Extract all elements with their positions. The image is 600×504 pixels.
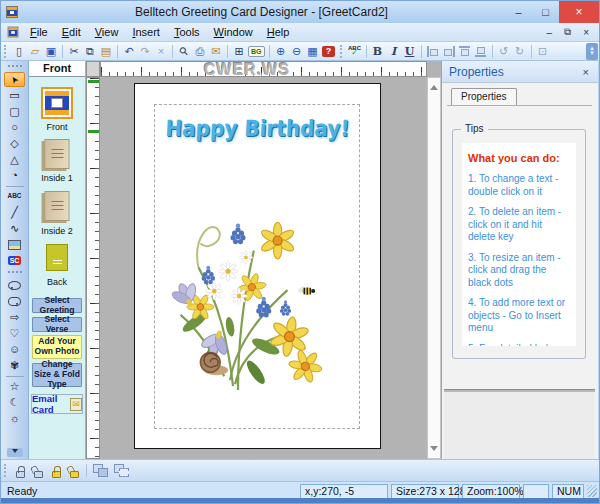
canvas-vertical-scrollbar[interactable]	[427, 77, 441, 459]
heart-shape-tool[interactable]: ♡	[4, 326, 25, 341]
properties-close-icon[interactable]: ×	[581, 66, 591, 78]
copy-icon[interactable]: ⧉	[82, 43, 98, 60]
zoom-out-icon[interactable]: ⊖	[289, 43, 305, 60]
palette-grip[interactable]	[8, 271, 22, 275]
mdi-minimize-button[interactable]: –	[546, 27, 552, 38]
menu-window[interactable]: Window	[207, 23, 260, 41]
change-size-fold-button[interactable]: Change Size & Fold Type	[32, 363, 82, 387]
page-thumb-inside2[interactable]	[45, 191, 70, 221]
status-coordinates: x,y:270, -5	[300, 484, 388, 499]
rectangle-tool[interactable]: ▭	[4, 88, 25, 103]
moon-shape-tool[interactable]: ☾	[4, 395, 25, 410]
resize-grip[interactable]	[587, 485, 597, 497]
rounded-rectangle-tool[interactable]: ▢	[4, 104, 25, 119]
select-tool[interactable]: ➤	[4, 72, 25, 87]
menu-help[interactable]: Help	[260, 23, 297, 41]
star-shape-tool[interactable]: ☆	[4, 379, 25, 394]
toolbar-grip[interactable]	[4, 45, 7, 58]
bold-icon[interactable]: B	[370, 43, 386, 60]
zoom-in-icon[interactable]: ⊕	[273, 43, 289, 60]
snail	[200, 352, 228, 375]
toolbar-grip[interactable]	[340, 45, 343, 58]
page-thumb-inside1[interactable]	[45, 139, 70, 169]
email-card-control[interactable]: Email Card ✉	[31, 394, 83, 414]
email-icon[interactable]: ✉	[208, 43, 224, 60]
tip-item: 4. To add more text or objects - Go to I…	[468, 297, 570, 335]
align-right-icon[interactable]	[443, 46, 455, 57]
menu-file[interactable]: File	[23, 23, 55, 41]
properties-icon[interactable]: ⊞	[231, 43, 247, 60]
delete-icon[interactable]: ×	[153, 43, 169, 60]
line-tool[interactable]: ╱	[4, 205, 25, 220]
unlock-all-icon[interactable]	[65, 462, 83, 480]
page-thumb-back[interactable]	[46, 244, 68, 271]
toolbar-overflow-button[interactable]: ▲▼	[586, 43, 598, 60]
triangle-tool[interactable]: △	[4, 152, 25, 167]
grid-icon[interactable]: ▦	[305, 43, 321, 60]
redo-icon[interactable]: ↷	[137, 43, 153, 60]
smiley-shape-tool[interactable]: ☺	[4, 342, 25, 357]
lock-all-icon[interactable]	[47, 462, 65, 480]
open-icon[interactable]: ▱	[27, 43, 43, 60]
burst-shape-tool[interactable]: ✾	[4, 358, 25, 373]
vertical-ruler	[86, 77, 100, 459]
text-tool[interactable]: ABC	[4, 189, 25, 204]
italic-icon[interactable]: I	[386, 43, 402, 60]
sun-shape-tool[interactable]: ☼	[4, 411, 25, 426]
save-icon[interactable]: ▣	[43, 43, 59, 60]
unlock-icon[interactable]	[29, 462, 47, 480]
lock-icon[interactable]	[11, 462, 29, 480]
flower-bouquet-image[interactable]	[139, 196, 337, 404]
shape-collection-tool[interactable]: SC	[4, 253, 25, 268]
mdi-close-button[interactable]: ×	[583, 27, 589, 38]
help-icon[interactable]: ?	[321, 43, 337, 60]
rotate-left-icon[interactable]: ↺	[496, 43, 512, 60]
scroll-up-icon[interactable]	[430, 81, 438, 90]
menu-view[interactable]: View	[88, 23, 126, 41]
underline-icon[interactable]: U	[402, 43, 418, 60]
close-button[interactable]: ×	[559, 1, 599, 23]
ungroup-objects-icon[interactable]	[114, 464, 129, 477]
palette-grip[interactable]	[8, 65, 22, 69]
email-envelope-icon[interactable]: ✉	[70, 398, 82, 411]
minimize-button[interactable]: –	[505, 1, 532, 23]
cut-icon[interactable]: ✂	[66, 43, 82, 60]
scroll-down-icon[interactable]	[430, 446, 438, 455]
select-greeting-button[interactable]: Select Greeting	[32, 298, 82, 313]
select-verse-button[interactable]: Select Verse	[32, 317, 82, 332]
menu-insert[interactable]: Insert	[125, 23, 167, 41]
design-canvas[interactable]: Happy Birthday!	[100, 77, 427, 459]
spell-check-icon[interactable]: ABC ✓	[347, 43, 363, 60]
rotate-right-icon[interactable]: ↻	[512, 43, 528, 60]
thought-bubble-tool[interactable]	[4, 294, 25, 309]
picture-tool[interactable]	[4, 237, 25, 252]
background-icon[interactable]: BG	[247, 43, 266, 60]
add-photo-button[interactable]: Add Your Own Photo	[32, 335, 82, 359]
group-objects-icon[interactable]	[93, 464, 108, 477]
palette-scroll-down-button[interactable]	[7, 448, 23, 457]
tab-properties[interactable]: Properties	[451, 88, 517, 105]
undo-icon[interactable]: ↶	[121, 43, 137, 60]
paste-icon[interactable]: ▤	[98, 43, 114, 60]
arrow-shape-tool[interactable]: ⇨	[4, 310, 25, 325]
page-thumb-front[interactable]	[41, 87, 73, 119]
menu-edit[interactable]: Edit	[55, 23, 88, 41]
toolbar-grip[interactable]	[4, 464, 7, 477]
align-top-icon[interactable]	[459, 46, 471, 57]
speech-bubble-tool[interactable]	[4, 278, 25, 293]
align-left-icon[interactable]	[427, 46, 439, 57]
menu-tools[interactable]: Tools	[167, 23, 207, 41]
ellipse-tool[interactable]: ○	[4, 120, 25, 135]
greeting-text[interactable]: Happy Birthday!	[134, 115, 380, 142]
card-page[interactable]: Happy Birthday!	[134, 83, 381, 449]
align-bottom-icon[interactable]	[475, 46, 487, 57]
maximize-button[interactable]: □	[532, 1, 559, 23]
diamond-tool[interactable]: ◇	[4, 136, 25, 151]
pie-tool[interactable]: ◔	[4, 168, 25, 183]
tip-item: 2. To delete an item - click on it and h…	[468, 206, 570, 244]
center-object-icon[interactable]: ⊡	[535, 43, 551, 60]
application-window: Belltech Greeting Card Designer - [Greet…	[0, 0, 600, 504]
new-document-icon[interactable]: ▯	[11, 43, 27, 60]
curve-tool[interactable]: ∿	[4, 221, 25, 236]
mdi-restore-button[interactable]: ⧉	[564, 26, 571, 38]
